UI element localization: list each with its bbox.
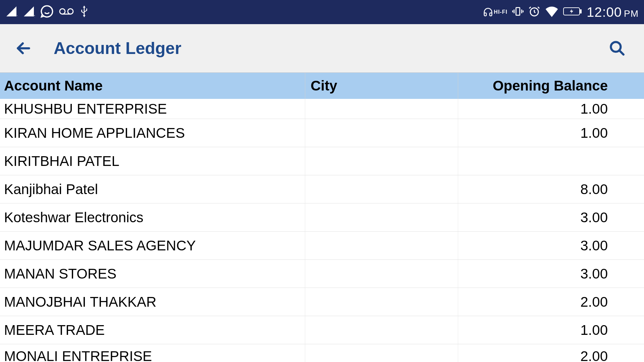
- cell-city: [305, 175, 458, 203]
- cell-account-name: KIRITBHAI PATEL: [0, 147, 305, 175]
- column-header-name[interactable]: Account Name: [0, 73, 305, 99]
- table-row[interactable]: KIRAN HOME APPLIANCES1.00: [0, 119, 644, 147]
- signal-2-icon: 2: [23, 5, 35, 19]
- voicemail-icon: [59, 7, 74, 17]
- scroll-edge: [612, 344, 644, 362]
- scroll-edge: [612, 147, 644, 175]
- search-icon: [609, 40, 626, 57]
- cell-city: [305, 147, 458, 175]
- cell-city: [305, 344, 458, 362]
- cell-account-name: MAJUMDAR SALES AGENCY: [0, 232, 305, 259]
- usb-icon: [79, 5, 89, 19]
- page-title: Account Ledger: [54, 39, 181, 58]
- cell-city: [305, 260, 458, 288]
- cell-account-name: KHUSHBU ENTERPRISE: [0, 99, 305, 119]
- cell-opening-balance: 3.00: [458, 232, 612, 259]
- cell-opening-balance: 1.00: [458, 316, 612, 344]
- cell-account-name: Kanjibhai Patel: [0, 175, 305, 203]
- headphones-icon: HI-FI: [483, 7, 507, 17]
- svg-point-3: [60, 9, 65, 14]
- cell-opening-balance: [458, 147, 612, 175]
- scroll-edge: [612, 288, 644, 316]
- column-header-city[interactable]: City: [305, 73, 458, 99]
- scroll-edge: [612, 73, 644, 99]
- battery-charging-icon: [563, 6, 582, 18]
- cell-account-name: MANAN STORES: [0, 260, 305, 288]
- cell-account-name: MANOJBHAI THAKKAR: [0, 288, 305, 316]
- table-row[interactable]: MONALI ENTREPRISE2.00: [0, 344, 644, 362]
- cell-city: [305, 232, 458, 259]
- account-table: Account Name City Opening Balance KHUSHB…: [0, 73, 644, 362]
- alarm-icon: [528, 5, 540, 19]
- table-row[interactable]: KIRITBHAI PATEL: [0, 147, 644, 175]
- cell-city: [305, 203, 458, 231]
- scroll-edge: [612, 232, 644, 259]
- cell-city: [305, 316, 458, 344]
- table-row[interactable]: Koteshwar Electronics3.00: [0, 203, 644, 232]
- scroll-edge: [612, 99, 644, 119]
- svg-rect-13: [580, 10, 581, 13]
- cell-opening-balance: 3.00: [458, 260, 612, 288]
- status-left: 1 2: [5, 5, 89, 19]
- table-row[interactable]: Kanjibhai Patel8.00: [0, 175, 644, 203]
- svg-text:1: 1: [16, 14, 17, 17]
- vibrate-icon: [512, 6, 524, 18]
- cell-account-name: MEERA TRADE: [0, 316, 305, 344]
- table-header: Account Name City Opening Balance: [0, 73, 644, 99]
- cell-opening-balance: 1.00: [458, 119, 612, 147]
- cell-opening-balance: 8.00: [458, 175, 612, 203]
- scroll-edge: [612, 175, 644, 203]
- status-time: 12:00PM: [587, 5, 639, 20]
- svg-text:2: 2: [34, 14, 35, 17]
- scroll-edge: [612, 260, 644, 288]
- cell-city: [305, 288, 458, 316]
- status-bar: 1 2 HI-FI 12:00PM: [0, 0, 644, 24]
- cell-opening-balance: 1.00: [458, 99, 612, 119]
- back-button[interactable]: [13, 38, 34, 58]
- scroll-edge: [612, 203, 644, 231]
- svg-point-4: [68, 9, 73, 14]
- scroll-edge: [612, 316, 644, 344]
- cell-opening-balance: 2.00: [458, 288, 612, 316]
- scroll-edge: [612, 119, 644, 147]
- table-row[interactable]: KHUSHBU ENTERPRISE1.00: [0, 99, 644, 119]
- app-bar: Account Ledger: [0, 24, 644, 73]
- table-row[interactable]: MANAN STORES3.00: [0, 260, 644, 288]
- cell-account-name: MONALI ENTREPRISE: [0, 344, 305, 362]
- cell-city: [305, 99, 458, 119]
- cell-opening-balance: 2.00: [458, 344, 612, 362]
- status-right: HI-FI 12:00PM: [483, 5, 639, 20]
- table-row[interactable]: MEERA TRADE1.00: [0, 316, 644, 344]
- svg-rect-6: [516, 8, 520, 15]
- search-button[interactable]: [607, 38, 627, 58]
- table-body: KHUSHBU ENTERPRISE1.00KIRAN HOME APPLIAN…: [0, 99, 644, 362]
- column-header-balance[interactable]: Opening Balance: [458, 73, 612, 99]
- cell-opening-balance: 3.00: [458, 203, 612, 231]
- whatsapp-icon: [40, 5, 54, 19]
- svg-line-16: [619, 50, 624, 55]
- cell-account-name: KIRAN HOME APPLIANCES: [0, 119, 305, 147]
- arrow-left-icon: [15, 40, 32, 57]
- cell-city: [305, 119, 458, 147]
- table-row[interactable]: MANOJBHAI THAKKAR2.00: [0, 288, 644, 316]
- wifi-icon: [545, 6, 558, 18]
- signal-1-icon: 1: [5, 5, 17, 19]
- cell-account-name: Koteshwar Electronics: [0, 203, 305, 231]
- table-row[interactable]: MAJUMDAR SALES AGENCY3.00: [0, 232, 644, 260]
